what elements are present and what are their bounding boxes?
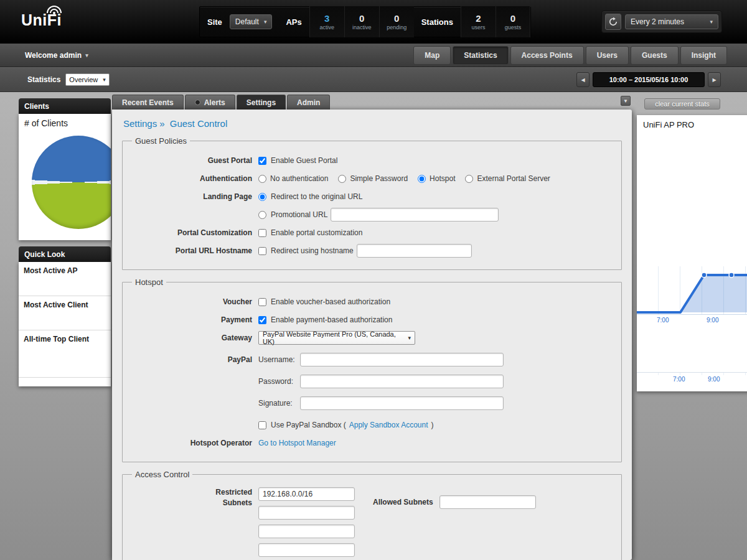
nav-tab-insight[interactable]: Insight [680, 46, 727, 65]
paypal-username-input[interactable] [300, 353, 504, 366]
paypal-signature-label: Signature: [258, 399, 297, 408]
hostname-input[interactable] [357, 244, 472, 258]
chevron-down-icon: ▼ [623, 98, 628, 104]
site-select[interactable]: Default ▾ [230, 14, 273, 29]
next-time-button[interactable]: ▶ [708, 72, 721, 87]
tab-settings[interactable]: Settings [237, 95, 286, 110]
promo-url-radio[interactable] [258, 211, 266, 219]
paypal-password-row: Password: [130, 375, 614, 388]
restricted-subnet-input-4[interactable] [258, 543, 355, 557]
main-tabs: Recent Events Alerts Settings Admin ▼ [112, 95, 632, 110]
paypal-label: PayPal [130, 355, 258, 364]
restricted-subnet-input-2[interactable] [258, 506, 355, 520]
auth-radio-simple-password[interactable] [338, 175, 346, 183]
ap-chart2-axis [637, 372, 747, 375]
nav-bar: Welcome admin ▾ Map Statistics Access Po… [0, 44, 747, 67]
stat-value: 0 [510, 13, 515, 24]
auth-radio-no-authentication[interactable] [258, 175, 266, 183]
restricted-subnet-input-3[interactable] [258, 525, 355, 538]
quick-look-body: Most Active AP Most Active Client All-ti… [19, 262, 111, 386]
guest-portal-checkbox-label: Enable Guest Portal [271, 156, 337, 165]
allowed-subnets-group: Allowed Subnets [373, 495, 536, 509]
stations-guests-stat: 0 guests [496, 6, 530, 37]
promo-url-input[interactable] [331, 208, 499, 222]
data-point-dot [729, 273, 734, 278]
paypal-signature-input[interactable] [300, 396, 504, 410]
refresh-button[interactable] [605, 14, 621, 30]
voucher-label: Voucher [130, 297, 258, 306]
sandbox-label-close: ) [431, 421, 434, 429]
nav-tab-users[interactable]: Users [586, 46, 629, 65]
unifi-logo: UniFi [21, 11, 62, 29]
tab-admin[interactable]: Admin [287, 95, 330, 110]
portal-url-hostname-row: Portal URL Hostname Redirect using hostn… [130, 244, 614, 258]
clear-current-stats-button[interactable]: clear current stats [644, 98, 720, 110]
portal-customization-checkbox[interactable] [258, 229, 266, 237]
hotspot-fieldset: Hotspot Voucher Enable voucher-based aut… [122, 278, 622, 462]
hotspot-operator-label: Hotspot Operator [130, 439, 258, 447]
allowed-subnet-input[interactable] [439, 495, 536, 509]
stat-name: active [319, 24, 334, 30]
access-control-legend: Access Control [132, 470, 192, 479]
top-bar: UniFi Site Default ▾ APs 3 active 0 inac… [0, 0, 747, 44]
hostname-checkbox-label: Redirect using hostname [271, 246, 354, 255]
paypal-password-input[interactable] [300, 375, 504, 388]
gateway-selected-value: PayPal Website Payment Pro (US, Canada, … [263, 330, 408, 345]
portal-customization-row: Portal Customization Enable portal custo… [130, 226, 614, 240]
view-selected-value: Overview [69, 76, 98, 83]
landing-redirect-radio[interactable] [258, 193, 266, 201]
auth-option-label: Simple Password [350, 174, 408, 183]
apply-sandbox-account-link[interactable]: Apply Sandbox Account [349, 421, 428, 429]
refresh-controls: Every 2 minutes ▾ [601, 11, 722, 33]
stat-name: users [471, 24, 485, 30]
tab-recent-events[interactable]: Recent Events [112, 95, 184, 110]
paypal-username-row: PayPal Username: [130, 353, 614, 366]
nav-tab-statistics[interactable]: Statistics [453, 46, 508, 65]
ap-traffic-chart [637, 266, 747, 315]
guest-portal-checkbox[interactable] [258, 157, 266, 165]
tick-label: 9:00 [707, 317, 718, 324]
paypal-password-label: Password: [258, 377, 297, 386]
wifi-arcs-icon [45, 4, 63, 14]
quick-look-panel: Quick Look Most Active AP Most Active Cl… [19, 246, 111, 386]
stat-value: 3 [324, 13, 329, 24]
nav-tab-map[interactable]: Map [413, 46, 451, 65]
auth-option-label: Hotspot [430, 174, 455, 183]
sandbox-checkbox[interactable] [258, 421, 266, 429]
voucher-checkbox[interactable] [258, 298, 266, 306]
settings-content: Settings» Guest Control Guest Policies G… [112, 110, 632, 560]
clients-chart-title: # of Clients [24, 118, 111, 128]
refresh-interval-select[interactable]: Every 2 minutes ▾ [625, 14, 718, 29]
statistics-view-select[interactable]: Overview ▾ [65, 73, 109, 86]
auth-radio-hotspot[interactable] [418, 175, 426, 183]
payment-checkbox[interactable] [258, 316, 266, 324]
auth-radio-external-portal-server[interactable] [465, 175, 473, 183]
welcome-admin-menu[interactable]: Welcome admin ▾ [25, 51, 88, 60]
restricted-subnet-input-1[interactable] [258, 487, 355, 501]
aps-active-stat: 3 active [309, 6, 344, 37]
hostname-checkbox[interactable] [258, 247, 266, 255]
right-sidebar: clear current stats UniFi AP PRO 7:00 9:… [637, 95, 747, 560]
quick-look-item-most-active-client: Most Active Client [19, 296, 111, 330]
auth-option-label: External Portal Server [477, 174, 550, 183]
stations-label: Stations [414, 17, 461, 27]
breadcrumb-section[interactable]: Settings [123, 118, 157, 129]
gateway-select[interactable]: PayPal Website Payment Pro (US, Canada, … [258, 331, 415, 345]
breadcrumb-page: Guest Control [170, 118, 228, 129]
portal-url-hostname-label: Portal URL Hostname [130, 246, 258, 255]
hotspot-manager-link[interactable]: Go to Hotspot Manager [258, 439, 336, 447]
tabs-dropdown-button[interactable]: ▼ [621, 96, 631, 106]
auth-option-label: No authentication [270, 174, 328, 183]
data-point-dot [702, 273, 707, 278]
tab-alerts[interactable]: Alerts [185, 95, 235, 110]
landing-page-label: Landing Page [130, 192, 258, 201]
nav-tab-access-points[interactable]: Access Points [510, 46, 584, 65]
quick-look-item-most-active-ap: Most Active AP [19, 262, 111, 296]
prev-time-button[interactable]: ◀ [576, 72, 590, 87]
nav-tab-guests[interactable]: Guests [631, 46, 679, 65]
breadcrumb: Settings» Guest Control [123, 118, 622, 129]
access-control-fieldset: Access Control Restricted Subnets Allowe… [122, 470, 622, 560]
guest-portal-label: Guest Portal [130, 156, 258, 165]
guest-policies-fieldset: Guest Policies Guest Portal Enable Guest… [122, 136, 622, 270]
restricted-subnets-label: Restricted Subnets [130, 487, 258, 509]
